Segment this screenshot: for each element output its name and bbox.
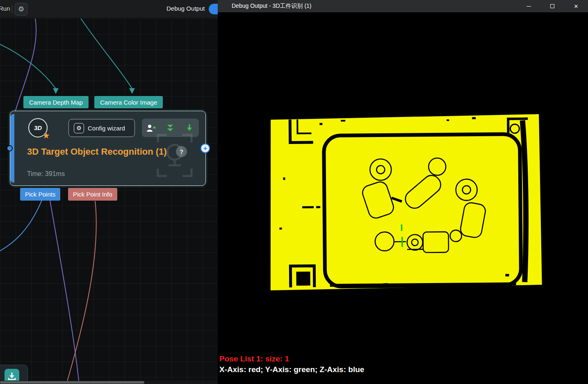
node-add-output-port[interactable]: + — [201, 144, 210, 153]
run-button[interactable]: Run — [0, 5, 10, 12]
config-wizard-button[interactable]: ⚙ Config wizard — [68, 119, 135, 137]
toolbar-divider — [12, 5, 12, 13]
axis-color-legend: X-Axis: red; Y-Axis: green; Z-Axis: blue — [219, 365, 364, 374]
maximize-icon — [550, 4, 554, 8]
close-button[interactable]: ✕ — [564, 0, 588, 12]
debug-output-window: Debug Output - 3D工件识别 (1) ✕ — [218, 0, 588, 384]
port-label-camera-color-image[interactable]: Camera Color Image — [94, 96, 163, 108]
pose-list-status: Pose List 1: size: 1 — [219, 354, 289, 363]
node-title: 3D Target Object Recognition (1) — [27, 146, 167, 157]
gear-icon: ⚙ — [74, 123, 84, 133]
node-input-port[interactable] — [7, 145, 13, 151]
star-badge-icon: ★ — [43, 131, 50, 140]
point-cloud-viewport[interactable]: Pose List 1: size: 1 X-Axis: red; Y-Axis… — [218, 12, 588, 384]
node-3d-target-object-recognition[interactable]: 3D ★ ⚙ Config wizard — [10, 111, 206, 186]
arrowhead-depth-icon — [53, 88, 59, 94]
port-label-pick-point-info[interactable]: Pick Point Info — [68, 188, 117, 201]
connection-line-depth — [0, 43, 56, 89]
port-label-camera-depth-map[interactable]: Camera Depth Map — [23, 96, 89, 108]
horizontal-scrollbar-thumb[interactable] — [0, 381, 144, 384]
arrowhead-color-icon — [129, 88, 135, 94]
person-image-icon — [146, 124, 157, 132]
node-3d-icon-label: 3D — [34, 124, 42, 131]
node-execution-time: Time: 391ms — [27, 170, 65, 178]
download-arrow-icon — [186, 124, 193, 132]
connection-line-pick-point-info — [66, 201, 96, 384]
node-graph-panel[interactable]: Camera Depth Map Camera Color Image 3D ★… — [0, 0, 218, 384]
download-output-button[interactable] — [183, 122, 196, 134]
camera-watermark-icon — [156, 133, 193, 178]
preview-visualization-button[interactable] — [145, 122, 157, 134]
point-cloud-render — [218, 12, 588, 384]
minimize-icon — [526, 6, 531, 7]
window-titlebar[interactable]: Debug Output - 3D工件识别 (1) ✕ — [218, 0, 588, 12]
minimize-button[interactable] — [517, 0, 540, 12]
connection-line-pick-points — [0, 200, 42, 252]
debug-output-label: Debug Output — [166, 5, 205, 12]
config-wizard-label: Config wizard — [88, 125, 125, 132]
collapse-button[interactable] — [164, 122, 176, 134]
app-root: Camera Depth Map Camera Color Image 3D ★… — [0, 0, 588, 384]
maximize-button[interactable] — [540, 0, 564, 12]
horizontal-scrollbar[interactable] — [0, 381, 218, 384]
settings-gear-button[interactable]: ⚙ — [15, 3, 27, 16]
window-controls: ✕ — [517, 0, 588, 12]
window-title: Debug Output - 3D工件识别 (1) — [232, 2, 312, 10]
debug-output-toggle[interactable] — [209, 4, 218, 14]
connection-line-color — [81, 18, 132, 89]
port-label-pick-points[interactable]: Pick Points — [20, 188, 60, 201]
graph-toolbar: Run ⚙ Debug Output — [0, 0, 218, 18]
double-chevron-down-icon — [166, 124, 174, 132]
node-3d-icon: 3D ★ — [28, 118, 48, 137]
